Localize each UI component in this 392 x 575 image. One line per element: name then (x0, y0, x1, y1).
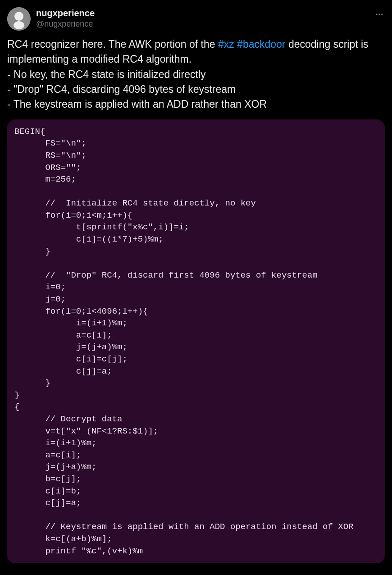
svg-point-1 (14, 12, 23, 21)
avatar[interactable] (7, 7, 31, 31)
hashtag-backdoor[interactable]: #backdoor (237, 38, 285, 50)
display-name[interactable]: nugxperience (36, 7, 95, 19)
svg-point-2 (14, 21, 24, 29)
svg-point-4 (378, 14, 380, 15)
hashtag-xz[interactable]: #xz (218, 38, 234, 50)
code-block: BEGIN{ FS="\n"; RS="\n"; ORS=""; m=256; … (7, 119, 385, 563)
handle[interactable]: @nugxperience (36, 19, 95, 29)
more-icon[interactable] (374, 9, 385, 20)
svg-point-5 (381, 14, 383, 15)
tweet-text: RC4 recognizer here. The AWK portion of … (7, 37, 385, 112)
svg-point-3 (376, 14, 378, 15)
tweet-text-pre: RC4 recognizer here. The AWK portion of … (7, 38, 218, 50)
tweet-header: nugxperience @nugxperience (7, 7, 385, 31)
author-names: nugxperience @nugxperience (36, 7, 95, 29)
tweet: nugxperience @nugxperience RC4 recognize… (7, 7, 385, 563)
